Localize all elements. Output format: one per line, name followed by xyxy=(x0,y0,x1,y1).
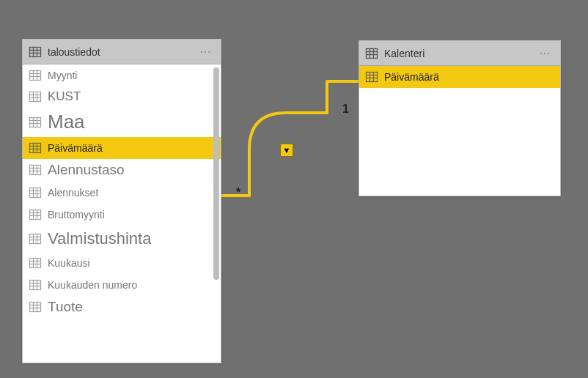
field-row[interactable]: Maa xyxy=(23,108,221,137)
field-label: Kuukausi xyxy=(48,257,90,269)
field-row[interactable]: Kuukausi xyxy=(23,252,221,274)
field-label: Tuote xyxy=(48,299,83,315)
field-label: Bruttomyynti xyxy=(48,209,105,220)
column-icon xyxy=(29,278,42,292)
column-icon xyxy=(29,69,42,82)
svg-rect-60 xyxy=(367,48,378,58)
svg-rect-40 xyxy=(30,234,41,243)
column-icon xyxy=(365,70,378,84)
column-icon xyxy=(29,300,42,314)
column-icon xyxy=(29,90,42,103)
column-icon xyxy=(29,186,42,199)
field-row[interactable]: Kuukauden numero xyxy=(23,274,221,296)
svg-rect-50 xyxy=(30,280,41,289)
svg-rect-25 xyxy=(30,166,41,175)
field-row[interactable]: Alennukset xyxy=(23,182,221,204)
column-icon xyxy=(29,163,42,177)
more-options-button[interactable]: ⋯ xyxy=(196,45,215,59)
table-title: Kalenteri xyxy=(384,48,536,59)
more-options-button[interactable]: ⋯ xyxy=(536,46,554,60)
field-label: Alennukset xyxy=(48,187,98,199)
field-row[interactable]: KUST xyxy=(23,86,221,108)
model-canvas[interactable]: * 1 ▼ taloustiedot ⋯ MyyntiKUSTMaaPäiväm… xyxy=(0,0,588,378)
field-row[interactable]: Tuote xyxy=(23,296,221,319)
table-title: taloustiedot xyxy=(48,46,196,58)
table-header[interactable]: Kalenteri ⋯ xyxy=(359,41,560,66)
field-label: Kuukauden numero xyxy=(48,279,137,291)
table-header[interactable]: taloustiedot ⋯ xyxy=(23,40,221,64)
arrow-down-icon: ▼ xyxy=(283,146,291,155)
field-list[interactable]: Päivämäärä xyxy=(359,66,560,196)
svg-rect-20 xyxy=(30,143,41,152)
table-kalenteri[interactable]: Kalenteri ⋯ Päivämäärä xyxy=(359,40,561,196)
column-icon xyxy=(29,232,42,245)
field-row[interactable]: Päivämäärä xyxy=(359,66,560,88)
svg-rect-35 xyxy=(30,210,41,219)
field-label: Alennustaso xyxy=(48,162,125,178)
column-icon xyxy=(29,256,42,270)
svg-rect-10 xyxy=(30,92,41,102)
table-icon xyxy=(29,45,42,59)
field-label: Päivämäärä xyxy=(48,142,103,154)
column-icon xyxy=(29,116,42,129)
column-icon xyxy=(29,208,42,221)
field-list[interactable]: MyyntiKUSTMaaPäivämääräAlennustasoAlennu… xyxy=(23,64,221,363)
svg-rect-0 xyxy=(30,47,41,56)
field-row[interactable]: Bruttomyynti xyxy=(23,204,221,226)
field-row[interactable]: Päivämäärä xyxy=(23,137,221,159)
field-label: Valmistushinta xyxy=(48,229,151,248)
table-icon xyxy=(365,47,378,60)
svg-rect-15 xyxy=(30,117,41,127)
relationship-many-label: * xyxy=(236,186,240,199)
column-icon xyxy=(29,141,42,155)
svg-rect-55 xyxy=(30,303,41,312)
field-row[interactable]: Alennustaso xyxy=(23,159,221,182)
scrollbar-thumb[interactable] xyxy=(213,67,219,280)
field-label: Myynti xyxy=(48,70,77,81)
svg-rect-65 xyxy=(367,72,378,81)
relationship-direction-indicator[interactable]: ▼ xyxy=(280,144,293,157)
field-label: Maa xyxy=(48,111,85,133)
field-row[interactable]: Valmistushinta xyxy=(23,226,221,252)
table-taloustiedot[interactable]: taloustiedot ⋯ MyyntiKUSTMaaPäivämääräAl… xyxy=(22,39,221,363)
svg-rect-30 xyxy=(30,188,41,197)
field-row[interactable]: Myynti xyxy=(23,64,221,86)
relationship-one-label: 1 xyxy=(342,103,349,116)
svg-rect-45 xyxy=(30,258,41,267)
svg-rect-5 xyxy=(30,70,41,80)
field-label: Päivämäärä xyxy=(384,71,439,83)
field-label: KUST xyxy=(48,89,81,104)
